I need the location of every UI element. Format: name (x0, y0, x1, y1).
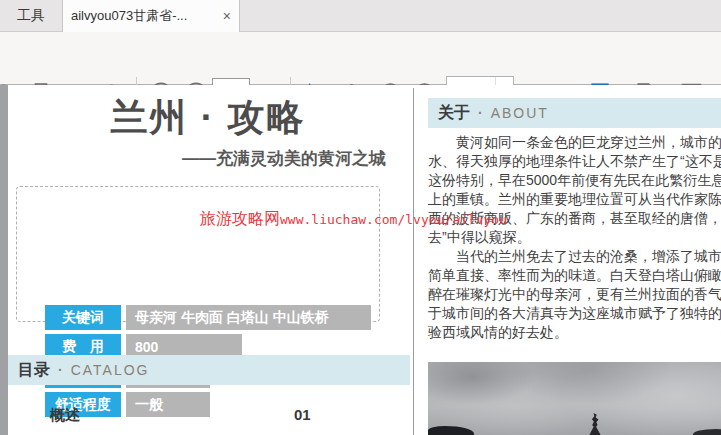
pdf-page: 兰州 · 攻略 ——充满灵动美的黄河之城 关键词 母亲河 牛肉面 白塔山 中山铁… (8, 85, 721, 435)
about-heading-zh: 关于 (438, 103, 470, 124)
pdf-viewer-window: 工具 ailvyou073甘肃省-... × (0, 0, 721, 435)
catalog-heading-en: CATALOG (71, 362, 150, 378)
paragraph-line: 这份特别，早在5000年前便有先民在此繁衍生息，并成 (428, 171, 721, 190)
paragraph-line: 当代的兰州免去了过去的沧桑，增添了城市的浪漫气 (428, 247, 721, 266)
tab-tools[interactable]: 工具 (0, 0, 62, 32)
paragraph-line: 上的重镇。兰州的重要地理位置可从当代作家陈运和所写 (428, 190, 721, 209)
paragraph-line: 黄河如同一条金色的巨龙穿过兰州，城市的南北被群 (428, 133, 721, 152)
tab-document-title: ailvyou073甘肃省-... (71, 7, 217, 25)
heading-dot: · (58, 362, 63, 378)
heading-dot: · (478, 105, 483, 121)
statue-silhouette (588, 413, 602, 435)
row-value: 母亲河 牛肉面 白塔山 中山铁桥 (126, 305, 371, 330)
catalog-heading: 目录 · CATALOG (8, 355, 410, 385)
document-canvas: 兰州 · 攻略 ——充满灵动美的黄河之城 关键词 母亲河 牛肉面 白塔山 中山铁… (0, 85, 721, 435)
paragraph-line: 简单直接、率性而为的味道。白天登白塔山俯瞰城市，夜 (428, 266, 721, 285)
catalog-item-name: 概述 (50, 406, 80, 425)
page-subtitle: ——充满灵动美的黄河之城 (8, 147, 386, 170)
toolbar: /12 94% ▾ (0, 32, 721, 85)
about-heading: 关于 · ABOUT (428, 98, 721, 128)
catalog-heading-zh: 目录 (18, 360, 50, 381)
column-divider (413, 88, 414, 435)
about-heading-en: ABOUT (491, 105, 549, 121)
paragraph-line: 去”中得以窥探。 (428, 228, 721, 247)
tab-document[interactable]: ailvyou073甘肃省-... × (62, 0, 240, 32)
paragraph-line: 于城市间的各大清真寺为这座城市赋予了独特的民族文化 (428, 304, 721, 323)
paragraph-line: 验西域风情的好去处。 (428, 323, 721, 342)
watermark-site-name: 旅游攻略网 (200, 209, 280, 228)
about-paragraphs: 黄河如同一条金色的巨龙穿过兰州，城市的南北被群 水、得天独厚的地理条件让人不禁产… (428, 133, 721, 342)
photo-dark-foreground-left (428, 426, 474, 435)
tab-bar: 工具 ailvyou073甘肃省-... × (0, 0, 721, 32)
sky-photo (428, 362, 721, 435)
photo-dark-foreground-right (693, 429, 721, 435)
row-label: 关键词 (45, 305, 121, 330)
row-value: 一般 (126, 392, 210, 417)
watermark: 旅游攻略网www.liuchaw.com/lvyou/ailvyou (200, 209, 507, 230)
paragraph-line: 醉在璀璨灯光中的母亲河，更有兰州拉面的香气挑逗着人 (428, 285, 721, 304)
paragraph-line: 水、得天独厚的地理条件让人不禁产生了“这不是大西北 (428, 152, 721, 171)
catalog-item-page: 01 (294, 406, 311, 423)
info-table: 关键词 母亲河 牛肉面 白塔山 中山铁桥 费 用 800 天 数 2天 舒适程度… (16, 186, 380, 322)
page-title: 兰州 · 攻略 (8, 93, 408, 143)
close-icon[interactable]: × (223, 8, 231, 24)
watermark-url: www.liuchaw.com/lvyou/ailvyou (280, 212, 507, 227)
